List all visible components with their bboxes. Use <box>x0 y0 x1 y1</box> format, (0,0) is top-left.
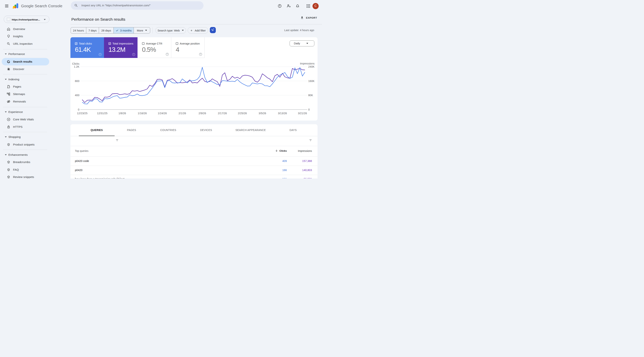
svg-text:2/25/26: 2/25/26 <box>238 112 247 115</box>
svg-text:3/5/26: 3/5/26 <box>259 112 266 115</box>
svg-text:240K: 240K <box>308 65 314 68</box>
svg-text:2/9/26: 2/9/26 <box>198 112 206 115</box>
svg-text:0: 0 <box>78 108 80 111</box>
svg-text:3/13/26: 3/13/26 <box>278 112 287 115</box>
svg-text:12/23/25: 12/23/25 <box>77 112 88 115</box>
svg-text:2/1/26: 2/1/26 <box>178 112 186 115</box>
svg-text:400: 400 <box>75 94 80 97</box>
svg-text:1/16/26: 1/16/26 <box>138 112 147 115</box>
svg-text:3/21/26: 3/21/26 <box>298 112 307 115</box>
svg-text:1.2K: 1.2K <box>74 65 80 68</box>
svg-text:80K: 80K <box>308 94 313 97</box>
svg-text:1/24/26: 1/24/26 <box>158 112 167 115</box>
svg-text:Clicks: Clicks <box>72 62 80 65</box>
svg-text:1/8/26: 1/8/26 <box>118 112 126 115</box>
svg-text:160K: 160K <box>308 80 314 82</box>
svg-text:0: 0 <box>308 108 310 111</box>
svg-text:800: 800 <box>75 80 80 82</box>
svg-text:2/17/26: 2/17/26 <box>218 112 227 115</box>
svg-text:12/31/25: 12/31/25 <box>97 112 107 115</box>
svg-text:Impressions: Impressions <box>300 62 314 65</box>
